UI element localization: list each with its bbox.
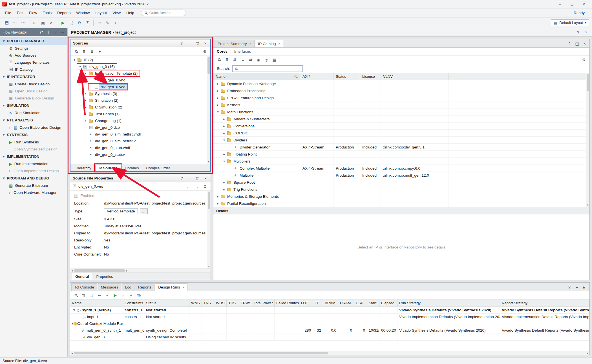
search-icon[interactable] — [216, 56, 222, 63]
scroll-down-icon[interactable]: ▾ — [587, 203, 588, 207]
flow-section-rtl-analysis[interactable]: ∨RTL ANALYSIS — [0, 116, 67, 124]
tab-general[interactable]: General — [72, 273, 92, 280]
window-icon[interactable]: ⊞ — [31, 19, 39, 26]
float-icon[interactable]: ◱ — [575, 41, 580, 46]
tab-compile-order[interactable]: Compile Order — [143, 165, 173, 171]
undo-icon[interactable]: ↶ — [11, 19, 19, 26]
ellipsis-button[interactable]: … — [140, 208, 148, 214]
tree-row[interactable]: ▸Synthesis (3) — [70, 90, 210, 97]
copy-icon[interactable]: ▣ — [39, 19, 47, 26]
flow-item-open-elaborated-design[interactable]: ›▦Open Elaborated Design — [0, 124, 67, 131]
gear-icon[interactable]: ⚙ — [580, 56, 587, 63]
scrollbar-thumb[interactable] — [587, 74, 589, 91]
help-icon[interactable]: ? — [576, 30, 581, 35]
column-header-tns[interactable]: TNS — [202, 299, 214, 307]
scroll-left-icon[interactable]: ◂ — [70, 269, 74, 272]
grid-icon[interactable]: ▦ — [271, 56, 278, 63]
menu-tools[interactable]: Tools — [40, 9, 55, 16]
flow-item-run-implementation[interactable]: ▶Run Implementation — [0, 160, 67, 167]
catalog-row[interactable]: ▸Adders & Subtracters — [213, 116, 589, 123]
catalog-row[interactable]: ▸Partial Reconfiguration — [213, 200, 589, 207]
source-file-properties-header[interactable]: Source File Properties ?–◱× — [70, 174, 211, 182]
catalog-row[interactable]: ▸Embedded Processing — [213, 87, 589, 94]
close-icon[interactable]: × — [278, 42, 280, 46]
help-icon[interactable]: ? — [567, 285, 572, 290]
help-icon[interactable]: ? — [567, 41, 572, 46]
column-header-tpws[interactable]: TPWS — [239, 299, 252, 307]
flow-section-ip-integrator[interactable]: ∨IP INTEGRATOR — [0, 73, 67, 81]
menu-reports[interactable]: Reports — [54, 9, 73, 16]
expand-all-icon[interactable]: ⇊ — [231, 56, 238, 63]
chevron-right-icon[interactable]: › — [9, 190, 11, 195]
tab-project-summary[interactable]: Project Summary× — [215, 40, 255, 47]
expand-arrow-icon[interactable]: ▸ — [83, 119, 88, 123]
tree-row[interactable]: ▾div_gen_0 (16) — [70, 63, 210, 70]
tree-row[interactable]: div_gen_0.veo — [70, 83, 210, 90]
tree-row[interactable]: ▸Simulation (2) — [70, 97, 210, 104]
vertical-scrollbar[interactable]: ▾ — [207, 56, 210, 164]
catalog-row[interactable]: ▸FPGA Features and Design — [213, 94, 589, 101]
collapse-all-icon[interactable]: ⇈ — [80, 292, 87, 299]
redo-icon[interactable]: ↷ — [19, 19, 27, 26]
horizontal-scrollbar[interactable]: ◂ ▸ — [70, 351, 589, 355]
expand-arrow-icon[interactable]: ▸ — [216, 82, 220, 86]
catalog-row[interactable]: ▸Dynamic Function eXchange — [213, 80, 589, 87]
run-icon[interactable]: ▶ — [59, 19, 67, 26]
edit-icon[interactable]: ✎ — [104, 19, 111, 26]
menu-edit[interactable]: Edit — [14, 9, 26, 16]
catalog-row[interactable]: ▸Memories & Storage Elements — [213, 193, 589, 200]
column-header-dsp[interactable]: DSP — [354, 299, 367, 307]
catalog-row[interactable]: ▸Kernels — [213, 101, 589, 108]
flow-item-open-implemented-design[interactable]: ›Open Implemented Design — [0, 167, 67, 174]
help-icon[interactable]: ? — [53, 30, 58, 34]
expand-arrow-icon[interactable]: ▸ — [216, 202, 220, 205]
tree-row[interactable]: ▾IP (2) — [70, 56, 210, 63]
menu-flow[interactable]: Flow — [26, 9, 40, 16]
catalog-row[interactable]: ▾Multipliers — [213, 158, 589, 165]
close-icon[interactable]: × — [249, 42, 251, 46]
column-header-report-strategy[interactable]: Report Strategy — [500, 299, 589, 307]
sources-panel-header[interactable]: Sources ?–◱× — [70, 39, 210, 47]
flow-item-open-hardware-manager[interactable]: ›Open Hardware Manager — [0, 189, 67, 196]
close-icon[interactable]: × — [203, 41, 208, 46]
expand-arrow-icon[interactable]: ▸ — [216, 89, 220, 93]
column-header-run-strategy[interactable]: Run Strategy — [397, 299, 500, 307]
expand-arrow-icon[interactable]: ▸ — [83, 99, 88, 102]
tree-row[interactable]: ●div_gen_0_sim_netlist.vhdl — [70, 131, 210, 137]
arrow-back-icon[interactable]: ← — [185, 184, 191, 189]
column-header-ths[interactable]: THS — [227, 299, 239, 307]
flow-section-program-and-debug[interactable]: ∨PROGRAM AND DEBUG — [0, 174, 67, 182]
column-header-wns[interactable]: WNS — [189, 299, 202, 307]
subtab-interfaces[interactable]: Interfaces — [234, 49, 251, 54]
column-header-bram[interactable]: BRAM — [323, 299, 338, 307]
expand-arrow-icon[interactable]: ▸ — [216, 195, 220, 198]
dock-icon[interactable]: ⇕ — [46, 30, 51, 34]
scroll-down-icon[interactable]: ▾ — [208, 160, 209, 164]
close-icon[interactable]: × — [578, 0, 590, 8]
tab-messages[interactable]: Messages — [98, 283, 122, 291]
collapse-arrow-icon[interactable]: ▾ — [222, 159, 226, 163]
menu-window[interactable]: Window — [73, 9, 92, 16]
ruler-icon[interactable]: ▱ — [96, 19, 103, 26]
layout-selector[interactable]: ▦ Default Layout ▾ — [551, 19, 589, 26]
add-icon[interactable]: + — [128, 292, 134, 299]
column-header-uram[interactable]: URAM — [338, 299, 354, 307]
quick-access-search[interactable]: Quick Access — [141, 10, 186, 16]
tab-ip-catalog[interactable]: IP Catalog× — [255, 40, 284, 47]
collapse-arrow-icon[interactable]: ▾ — [78, 65, 82, 68]
gear-icon[interactable]: ⚙ — [201, 48, 208, 55]
help-icon[interactable]: ? — [179, 41, 184, 46]
expand-arrow-icon[interactable]: ▸ — [83, 112, 88, 116]
expand-arrow-icon[interactable]: ▸ — [222, 188, 226, 191]
collapse-all-icon[interactable]: ⇈ — [224, 56, 230, 63]
help-icon[interactable]: ? — [179, 176, 184, 181]
percent-icon[interactable]: % — [136, 292, 142, 299]
close-icon[interactable]: × — [203, 176, 208, 181]
catalog-row[interactable]: ✦MultiplierProductionIncludedxilinx.com:… — [213, 172, 589, 179]
catalog-row[interactable]: ▸Floating Point — [213, 151, 589, 158]
collapse-arrow-icon[interactable]: ▾ — [83, 72, 88, 75]
toggle-icon[interactable]: ⇄ — [39, 30, 44, 34]
flow-item-run-synthesis[interactable]: ▶Run Synthesis — [0, 139, 67, 146]
tree-row[interactable]: div_gen_0.dcp — [70, 124, 210, 131]
minimize-icon[interactable]: – — [554, 0, 566, 8]
